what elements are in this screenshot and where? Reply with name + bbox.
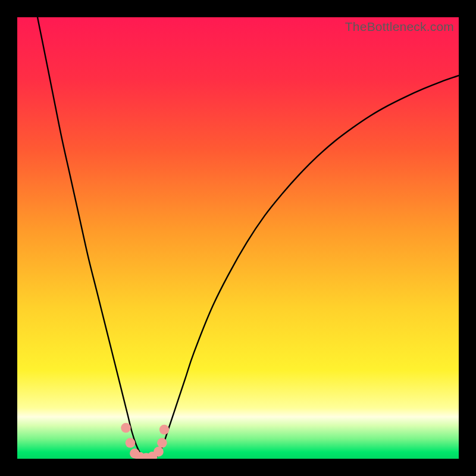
data-marker	[121, 423, 131, 433]
chart-frame: TheBottleneck.com	[0, 0, 476, 476]
data-marker	[159, 425, 170, 435]
watermark-text: TheBottleneck.com	[345, 20, 454, 34]
curve-layer	[17, 17, 459, 459]
data-marker	[126, 438, 136, 448]
curve-markers	[121, 423, 169, 459]
data-marker	[154, 447, 164, 457]
bottleneck-curve	[17, 17, 459, 459]
plot-area: TheBottleneck.com	[17, 17, 459, 459]
data-marker	[157, 438, 167, 448]
